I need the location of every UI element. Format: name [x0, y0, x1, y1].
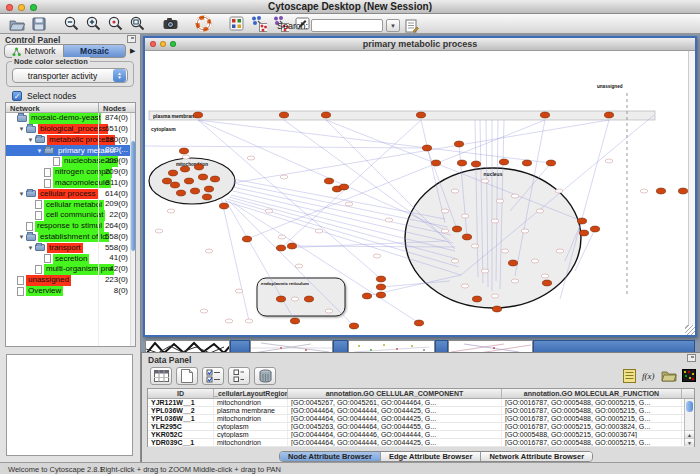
network-node-unselected[interactable] — [471, 244, 479, 248]
search-input[interactable] — [311, 19, 383, 32]
network-node-unselected[interactable] — [245, 319, 253, 323]
tree-expand-arrow-icon[interactable]: ▼ — [26, 135, 35, 146]
network-node-selected[interactable] — [321, 112, 330, 118]
delete-attribute-trash-button[interactable] — [254, 367, 276, 385]
tab-mosaic[interactable]: Mosaic — [64, 44, 126, 58]
tree-row[interactable]: nucleobase-co209(0) — [6, 156, 135, 167]
network-node-selected[interactable] — [176, 190, 185, 196]
network-node-selected[interactable] — [656, 188, 665, 194]
network-node-selected[interactable] — [376, 284, 385, 290]
network-node-selected[interactable] — [431, 160, 440, 166]
open-file-icon[interactable] — [8, 15, 25, 32]
network-node-selected[interactable] — [349, 323, 358, 329]
help-lifesaver-icon[interactable] — [195, 15, 212, 32]
network-node-selected[interactable] — [492, 306, 501, 312]
network-node-selected[interactable] — [204, 186, 213, 192]
tree-col-network[interactable]: Network — [10, 104, 40, 113]
tab-network-attribute-browser[interactable]: Network Attribute Browser — [481, 452, 592, 461]
tab-edge-attribute-browser[interactable]: Edge Attribute Browser — [381, 452, 481, 461]
network-node-selected[interactable] — [546, 160, 555, 166]
table-row[interactable]: YPL036W__2plasma membrane[GO:0044464, GO… — [148, 407, 694, 415]
tree-row[interactable]: unassigned223(0) — [6, 275, 135, 286]
network-canvas[interactable]: plasma membrane cytoplasm mitochondrion … — [145, 51, 695, 335]
attribute-list-button[interactable] — [228, 367, 250, 385]
table-row[interactable]: YLR295Ccytoplasm[GO:0045263, GO:0044464,… — [148, 423, 694, 431]
apply-layout-blue-icon[interactable] — [250, 15, 267, 32]
network-node-unselected[interactable] — [536, 209, 544, 213]
network-node-unselected[interactable] — [481, 179, 489, 183]
network-node-selected[interactable] — [454, 141, 463, 147]
network-node-unselected[interactable] — [555, 189, 563, 193]
network-node-selected[interactable] — [579, 230, 588, 236]
network-node-unselected[interactable] — [291, 297, 299, 301]
network-node-unselected[interactable] — [491, 294, 499, 298]
network-node-selected[interactable] — [210, 176, 219, 182]
tree-row[interactable]: cellular metabol209(0) — [6, 199, 135, 210]
network-node-selected[interactable] — [414, 320, 423, 326]
import-folder-icon[interactable] — [661, 368, 677, 383]
tree-expand-arrow-icon[interactable]: ▼ — [17, 189, 26, 200]
network-node-selected[interactable] — [540, 112, 549, 118]
select-nodes-checkbox[interactable]: ✓ — [12, 91, 22, 101]
tab-network[interactable]: Network — [4, 44, 64, 58]
tree-row[interactable]: nitrogen compo209(0) — [6, 167, 135, 178]
tree-expand-arrow-icon[interactable]: ▼ — [17, 232, 26, 243]
network-node-selected[interactable] — [376, 292, 385, 298]
birds-eye-view-panel[interactable] — [6, 354, 133, 456]
network-node-unselected[interactable] — [496, 199, 504, 203]
network-node-selected[interactable] — [472, 296, 481, 302]
zoom-selected-icon[interactable] — [107, 15, 124, 32]
network-node-selected[interactable] — [168, 170, 177, 176]
network-node-selected[interactable] — [276, 245, 285, 251]
network-node-selected[interactable] — [542, 280, 551, 286]
network-node-unselected[interactable] — [461, 284, 469, 288]
window-resize-grip[interactable] — [685, 325, 695, 335]
network-node-unselected[interactable] — [541, 274, 549, 278]
table-column-header[interactable]: annotation.GO CELLULAR_COMPONENT — [288, 389, 502, 398]
network-node-unselected[interactable] — [200, 309, 208, 313]
table-row[interactable]: YJR121W__1mitochondrion[GO:0045267, GO:0… — [148, 399, 694, 407]
network-node-selected[interactable] — [376, 276, 385, 282]
network-node-selected[interactable] — [198, 174, 207, 180]
zoom-fit-icon[interactable] — [129, 15, 146, 32]
tree-expand-arrow-icon[interactable]: ▼ — [26, 243, 35, 254]
network-node-unselected[interactable] — [182, 155, 190, 159]
snapshot-camera-icon[interactable] — [162, 15, 179, 32]
tree-row[interactable]: multi-organism pro42(0) — [6, 264, 135, 275]
network-edge[interactable] — [198, 120, 443, 229]
network-node-unselected[interactable] — [225, 319, 233, 323]
float-panel-icon[interactable] — [127, 35, 136, 43]
network-node-unselected[interactable] — [556, 249, 564, 253]
network-node-selected[interactable] — [219, 203, 228, 209]
tree-row[interactable]: Overview8(0) — [6, 286, 135, 297]
network-node-selected[interactable] — [180, 166, 189, 172]
network-node-selected[interactable] — [287, 243, 296, 249]
zoom-in-icon[interactable] — [85, 15, 102, 32]
network-node-unselected[interactable] — [345, 202, 353, 206]
network-node-unselected[interactable] — [325, 309, 333, 313]
tree-row[interactable]: mosaic-demo-yeast874(0) — [6, 113, 135, 124]
network-node-selected[interactable] — [462, 234, 471, 240]
formula-fx-icon[interactable]: f(x) — [641, 368, 657, 383]
network-node-selected[interactable] — [678, 188, 687, 194]
network-node-selected[interactable] — [362, 293, 371, 299]
network-node-selected[interactable] — [190, 188, 199, 194]
network-node-unselected[interactable] — [441, 229, 449, 233]
network-node-unselected[interactable] — [451, 189, 459, 193]
network-node-unselected[interactable] — [167, 209, 175, 213]
network-node-unselected[interactable] — [315, 229, 323, 233]
network-node-unselected[interactable] — [278, 235, 286, 239]
network-node-selected[interactable] — [162, 178, 171, 184]
network-node-selected[interactable] — [324, 178, 333, 184]
network-node-unselected[interactable] — [155, 229, 163, 233]
network-view-window[interactable]: primary metabolic process plasma membran… — [143, 36, 697, 337]
tree-scrollbar[interactable] — [130, 113, 135, 346]
network-node-selected[interactable] — [193, 112, 202, 118]
network-node-unselected[interactable] — [385, 218, 393, 222]
network-node-unselected[interactable] — [511, 194, 519, 198]
network-node-unselected[interactable] — [247, 156, 255, 160]
layout-icon[interactable] — [228, 15, 245, 32]
network-node-selected[interactable] — [339, 184, 348, 190]
matrix-view-icon[interactable] — [681, 368, 697, 383]
float-data-panel-icon[interactable] — [687, 354, 696, 362]
